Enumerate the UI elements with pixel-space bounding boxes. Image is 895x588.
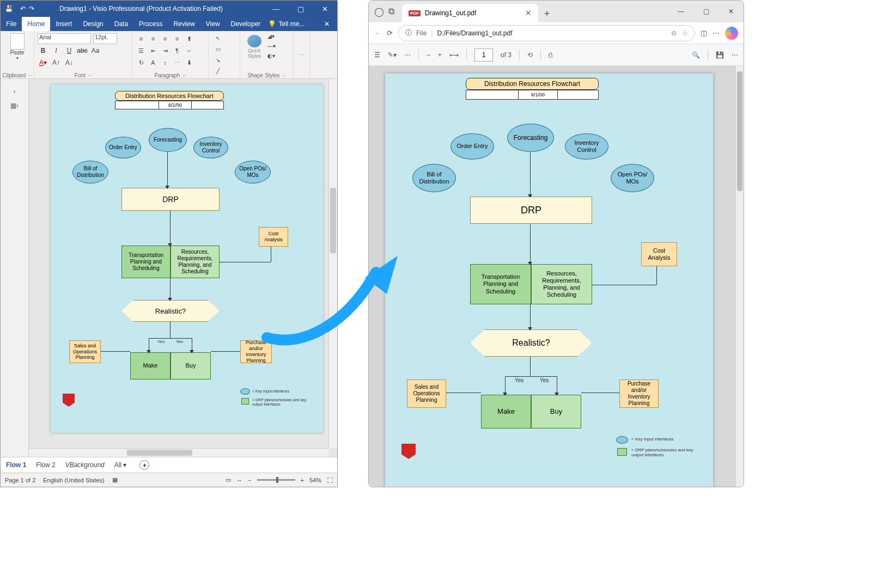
undo-icon[interactable]: ↶	[20, 5, 26, 13]
shrink-font-button[interactable]: A↓	[64, 57, 75, 68]
fit-page-icon[interactable]: ⛶	[327, 477, 333, 483]
tab-close-icon[interactable]: ✕	[525, 9, 532, 17]
profile-icon[interactable]: ◯	[374, 7, 384, 17]
tab-review[interactable]: Review	[168, 17, 200, 31]
zoom-level[interactable]: 54%	[309, 477, 321, 483]
close-button[interactable]: ✕	[313, 1, 337, 17]
settings-menu-icon[interactable]: ⋯	[713, 29, 720, 37]
zoom-in-button[interactable]: +	[301, 477, 304, 483]
align-right-button[interactable]: ≡	[160, 33, 171, 44]
align-left-button[interactable]: ≡	[136, 33, 147, 44]
favorite-icon[interactable]: ☆	[682, 29, 688, 37]
browser-tab[interactable]: PDF Drawing1_out.pdf ✕	[402, 4, 538, 22]
add-page-button[interactable]: +	[139, 460, 149, 470]
pointer-tool-button[interactable]: ↖	[212, 33, 224, 43]
tab-data[interactable]: Data	[109, 17, 133, 31]
highlight-icon[interactable]: ✎▾	[388, 51, 397, 59]
vertical-scrollbar[interactable]	[328, 79, 337, 448]
fit-icon[interactable]: ⟷	[449, 51, 459, 59]
copilot-icon[interactable]	[725, 27, 738, 40]
redo-icon[interactable]: ↷	[29, 5, 34, 13]
connector-tool-button[interactable]: ↘	[212, 55, 224, 65]
zoom-out-button[interactable]: −	[248, 477, 251, 483]
tab-flow2[interactable]: Flow 2	[36, 461, 55, 469]
align-center-button[interactable]: ≡	[148, 33, 159, 44]
tab-insert[interactable]: Insert	[50, 17, 77, 31]
tab-file[interactable]: File	[1, 17, 22, 31]
tab-home[interactable]: Home	[22, 17, 50, 31]
align-mid-button[interactable]: ↔	[184, 45, 194, 56]
bullets-button[interactable]: ☰	[136, 45, 147, 56]
quick-styles-button[interactable]: Quick Styles	[243, 35, 265, 59]
address-bar[interactable]: ⓘ File | D:/Files/Drawing1_out.pdf ⊖ ☆	[398, 25, 695, 41]
save-pdf-icon[interactable]: 💾	[716, 51, 724, 59]
tab-all[interactable]: All ▾	[114, 461, 127, 469]
find-icon[interactable]: 🔍	[692, 51, 700, 59]
tab-vbackground[interactable]: VBackground	[65, 461, 105, 469]
align-bot-button[interactable]: ⬇	[184, 57, 194, 68]
presentation-icon[interactable]: ▭	[226, 476, 231, 483]
more-tools-icon[interactable]: ⋯	[404, 51, 411, 59]
horizontal-scrollbar[interactable]	[29, 448, 328, 457]
fit-width-icon[interactable]: ↔	[236, 477, 242, 483]
ribbon-close-icon[interactable]: ✕	[316, 20, 337, 28]
status-language[interactable]: English (United States)	[43, 477, 105, 483]
effects-button[interactable]: ◐▾	[267, 53, 279, 60]
split-screen-icon[interactable]: ◫	[701, 29, 707, 37]
edge-minimize-button[interactable]: —	[668, 1, 693, 22]
tab-design[interactable]: Design	[77, 17, 108, 31]
drawing-canvas[interactable]: Distribution Resources Flowchart 6/1/00 …	[51, 84, 323, 433]
pdf-viewport[interactable]: Distribution Resources Flowchart 6/1/00 …	[369, 66, 744, 487]
tab-flow1[interactable]: Flow 1	[6, 461, 26, 469]
line-style-button[interactable]: —▾	[267, 43, 279, 51]
more-para-button[interactable]: ⋯	[172, 57, 182, 68]
tab-actions-icon[interactable]: ⧉	[388, 7, 394, 16]
macro-icon[interactable]: ▦	[112, 476, 118, 483]
paste-button[interactable]: Paste▾	[4, 32, 31, 60]
zoom-reset-icon[interactable]: ⊖	[671, 29, 677, 37]
tab-view[interactable]: View	[200, 17, 226, 31]
line-tool-button[interactable]: ╱	[212, 66, 224, 76]
stencil-icon[interactable]: ▦›	[1, 99, 28, 113]
rotate-button[interactable]: ↻	[136, 57, 147, 68]
strike-button[interactable]: abc	[77, 45, 88, 56]
ribbon-more[interactable]: ⋯	[294, 31, 310, 78]
save-icon[interactable]: 💾	[1, 5, 17, 13]
zoom-out-icon[interactable]: −	[427, 51, 430, 59]
zoom-slider[interactable]	[257, 479, 295, 481]
contents-icon[interactable]: ☰	[374, 51, 380, 59]
page-input[interactable]	[474, 48, 493, 62]
grow-font-button[interactable]: A↑	[51, 57, 62, 68]
maximize-button[interactable]: ▢	[288, 1, 313, 17]
indent-dec-button[interactable]: ⇤	[148, 45, 159, 56]
back-button[interactable]: ←	[374, 29, 381, 37]
text-box-button[interactable]: A	[148, 57, 159, 68]
shapes-expand-button[interactable]: ›	[1, 84, 28, 99]
new-tab-button[interactable]: +	[538, 5, 556, 22]
rotate-icon[interactable]: ⟲	[527, 51, 533, 59]
case-button[interactable]: Aa	[90, 45, 101, 56]
fill-button[interactable]: ◢▾	[267, 33, 279, 41]
indent-inc-button[interactable]: ⇥	[160, 45, 171, 56]
underline-button[interactable]: U	[64, 45, 75, 56]
bold-button[interactable]: B	[38, 45, 48, 56]
font-color-button[interactable]: A▾	[38, 57, 48, 68]
font-size-select[interactable]: 12pt.	[93, 33, 117, 44]
tab-developer[interactable]: Developer	[226, 17, 266, 31]
info-icon[interactable]: ⓘ	[405, 28, 412, 38]
spacing-button[interactable]: ↕	[160, 57, 171, 68]
zoom-in-icon[interactable]: +	[438, 51, 442, 59]
edge-maximize-button[interactable]: ▢	[693, 1, 719, 22]
align-justify-button[interactable]: ≡	[172, 33, 182, 44]
tab-process[interactable]: Process	[133, 17, 168, 31]
pdf-vertical-scrollbar[interactable]	[736, 66, 744, 487]
edge-close-button[interactable]: ✕	[719, 1, 744, 22]
italic-button[interactable]: I	[51, 45, 62, 56]
refresh-button[interactable]: ⟳	[387, 29, 393, 37]
align-top-button[interactable]: ⬆	[184, 33, 194, 44]
text-dir-button[interactable]: ¶	[172, 45, 182, 56]
tell-me[interactable]: 💡Tell me...	[268, 20, 305, 28]
rect-tool-button[interactable]: ▭	[212, 44, 224, 54]
minimize-button[interactable]: —	[264, 1, 288, 17]
font-family-select[interactable]: Arial	[38, 33, 91, 44]
